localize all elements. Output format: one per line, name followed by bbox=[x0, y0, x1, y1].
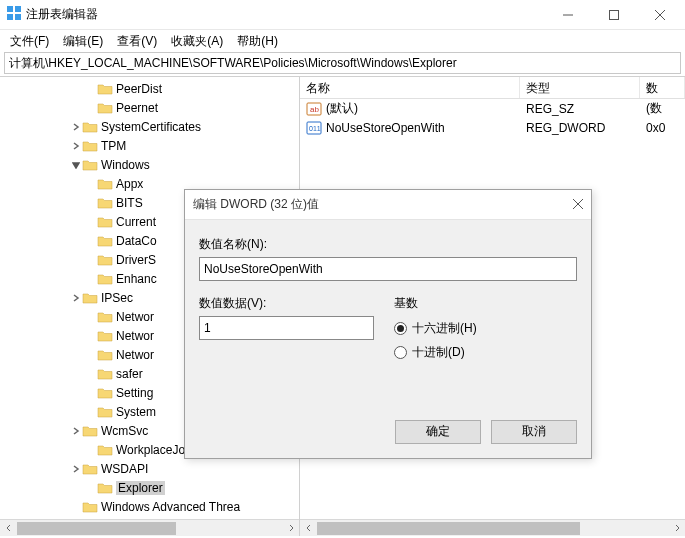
folder-icon bbox=[97, 386, 113, 400]
chevron-right-icon[interactable] bbox=[70, 465, 82, 473]
folder-icon bbox=[82, 158, 98, 172]
radio-selected-icon bbox=[394, 322, 407, 335]
tree-item[interactable]: PeerDist bbox=[0, 79, 299, 98]
scroll-right-arrow-icon[interactable] bbox=[282, 520, 299, 537]
chevron-right-icon[interactable] bbox=[70, 294, 82, 302]
binary-value-icon: 011 bbox=[306, 120, 322, 136]
maximize-button[interactable] bbox=[591, 0, 637, 30]
column-header-data[interactable]: 数 bbox=[640, 77, 685, 98]
value-data: (数 bbox=[640, 100, 685, 117]
folder-icon bbox=[97, 405, 113, 419]
tree-item[interactable]: SystemCertificates bbox=[0, 117, 299, 136]
ok-button[interactable]: 确定 bbox=[395, 420, 481, 444]
scroll-track[interactable] bbox=[317, 520, 668, 537]
value-name-input[interactable] bbox=[199, 257, 577, 281]
column-header-name[interactable]: 名称 bbox=[300, 77, 520, 98]
tree-item[interactable]: Explorer bbox=[0, 478, 299, 497]
radio-dec[interactable]: 十进制(D) bbox=[394, 340, 577, 364]
window-title: 注册表编辑器 bbox=[22, 6, 545, 23]
tree-item-label: WorkplaceJoin bbox=[116, 443, 194, 457]
svg-rect-0 bbox=[7, 6, 13, 12]
list-body[interactable]: ab(默认)REG_SZ(数011NoUseStoreOpenWithREG_D… bbox=[300, 99, 685, 137]
folder-icon bbox=[97, 253, 113, 267]
scroll-thumb[interactable] bbox=[17, 522, 176, 535]
menu-file[interactable]: 文件(F) bbox=[4, 31, 55, 52]
dialog-close-button[interactable] bbox=[573, 198, 583, 212]
tree-item-label: safer bbox=[116, 367, 143, 381]
svg-rect-3 bbox=[15, 14, 21, 20]
value-type: REG_SZ bbox=[520, 102, 640, 116]
tree-item-label: Networ bbox=[116, 329, 154, 343]
minimize-button[interactable] bbox=[545, 0, 591, 30]
base-radio-group: 十六进制(H) 十进制(D) bbox=[394, 316, 577, 364]
value-name-label: 数值名称(N): bbox=[199, 236, 577, 253]
scroll-right-arrow-icon[interactable] bbox=[668, 520, 685, 537]
regedit-app-icon bbox=[6, 5, 22, 24]
value-data-label: 数值数据(V): bbox=[199, 295, 374, 312]
svg-rect-2 bbox=[7, 14, 13, 20]
folder-icon bbox=[97, 215, 113, 229]
folder-icon bbox=[97, 367, 113, 381]
folder-icon bbox=[97, 101, 113, 115]
chevron-right-icon[interactable] bbox=[70, 123, 82, 131]
svg-marker-8 bbox=[73, 163, 79, 168]
folder-icon bbox=[97, 310, 113, 324]
content-split: PeerDistPeernetSystemCertificatesTPMWind… bbox=[0, 76, 685, 536]
list-row[interactable]: 011NoUseStoreOpenWithREG_DWORD0x0 bbox=[300, 118, 685, 137]
tree-item-label: IPSec bbox=[101, 291, 133, 305]
chevron-right-icon[interactable] bbox=[70, 427, 82, 435]
address-bar[interactable]: 计算机\HKEY_LOCAL_MACHINE\SOFTWARE\Policies… bbox=[4, 52, 681, 74]
dialog-button-row: 确定 取消 bbox=[185, 410, 591, 458]
tree-item[interactable]: TPM bbox=[0, 136, 299, 155]
folder-icon bbox=[97, 234, 113, 248]
folder-icon bbox=[82, 500, 98, 514]
tree-item[interactable]: Windows bbox=[0, 155, 299, 174]
radio-hex[interactable]: 十六进制(H) bbox=[394, 316, 577, 340]
folder-icon bbox=[82, 120, 98, 134]
tree-item-label: DriverS bbox=[116, 253, 156, 267]
radio-unselected-icon bbox=[394, 346, 407, 359]
tree-horizontal-scrollbar[interactable] bbox=[0, 519, 299, 536]
svg-rect-1 bbox=[15, 6, 21, 12]
tree-item-label: TPM bbox=[101, 139, 126, 153]
window-titlebar: 注册表编辑器 bbox=[0, 0, 685, 30]
dialog-titlebar: 编辑 DWORD (32 位)值 bbox=[185, 190, 591, 220]
tree-item[interactable]: Peernet bbox=[0, 98, 299, 117]
list-horizontal-scrollbar[interactable] bbox=[300, 519, 685, 536]
dialog-title: 编辑 DWORD (32 位)值 bbox=[193, 196, 573, 213]
scroll-track[interactable] bbox=[17, 520, 282, 537]
value-data-input[interactable] bbox=[199, 316, 374, 340]
chevron-down-icon[interactable] bbox=[70, 161, 82, 169]
tree-item-label: Appx bbox=[116, 177, 143, 191]
close-button[interactable] bbox=[637, 0, 683, 30]
chevron-right-icon[interactable] bbox=[70, 142, 82, 150]
list-row[interactable]: ab(默认)REG_SZ(数 bbox=[300, 99, 685, 118]
scroll-left-arrow-icon[interactable] bbox=[0, 520, 17, 537]
tree-item-label: BITS bbox=[116, 196, 143, 210]
tree-item-label: Windows bbox=[101, 158, 150, 172]
menu-view[interactable]: 查看(V) bbox=[111, 31, 163, 52]
scroll-left-arrow-icon[interactable] bbox=[300, 520, 317, 537]
tree-item-label: SystemCertificates bbox=[101, 120, 201, 134]
menu-favorites[interactable]: 收藏夹(A) bbox=[165, 31, 229, 52]
folder-icon bbox=[97, 329, 113, 343]
scroll-thumb[interactable] bbox=[317, 522, 580, 535]
string-value-icon: ab bbox=[306, 101, 322, 117]
folder-icon bbox=[97, 177, 113, 191]
tree-item-label: Explorer bbox=[116, 481, 165, 495]
tree-item[interactable]: WSDAPI bbox=[0, 459, 299, 478]
cancel-button[interactable]: 取消 bbox=[491, 420, 577, 444]
folder-icon bbox=[97, 443, 113, 457]
folder-icon bbox=[97, 196, 113, 210]
column-header-type[interactable]: 类型 bbox=[520, 77, 640, 98]
tree-item-label: WSDAPI bbox=[101, 462, 148, 476]
svg-text:ab: ab bbox=[310, 105, 319, 114]
base-group-label: 基数 bbox=[394, 295, 577, 312]
menu-help[interactable]: 帮助(H) bbox=[231, 31, 284, 52]
folder-icon bbox=[97, 82, 113, 96]
tree-item[interactable]: Windows Advanced Threa bbox=[0, 497, 299, 516]
dialog-body: 数值名称(N): 数值数据(V): 基数 十六进制(H) bbox=[185, 220, 591, 410]
tree-item-label: Windows Advanced Threa bbox=[101, 500, 240, 514]
folder-icon bbox=[82, 424, 98, 438]
menu-edit[interactable]: 编辑(E) bbox=[57, 31, 109, 52]
